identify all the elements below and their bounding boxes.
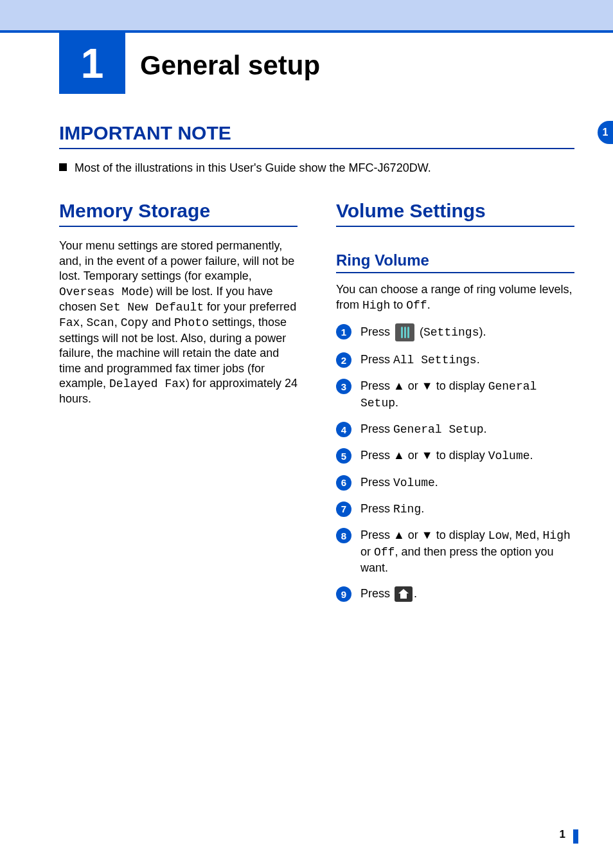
step-body: Press General Setup. (360, 421, 486, 437)
text: Press (360, 353, 393, 366)
ring-volume-heading: Ring Volume (336, 251, 574, 269)
text: . (395, 396, 398, 409)
text: for your preferred (204, 300, 296, 313)
text: . (530, 449, 533, 462)
text: Press ▲ or ▼ to display (360, 379, 488, 392)
text: and (148, 316, 174, 329)
text: Press (360, 325, 393, 338)
text: Press (360, 476, 393, 489)
mono-text: Settings (423, 326, 479, 339)
text: , (80, 316, 86, 329)
settings-icon (395, 323, 414, 341)
right-column: Volume Settings Ring Volume You can choo… (336, 200, 574, 612)
step-number: 1 (336, 324, 351, 339)
page-number: 1 (560, 828, 565, 841)
step-body: Press . (360, 586, 417, 602)
text: . (435, 476, 438, 489)
text: Press (360, 502, 393, 515)
text: . (427, 298, 431, 311)
important-note-bullet: Most of the illustrations in this User's… (59, 161, 574, 176)
mono-text: General Setup (393, 423, 483, 436)
mono-text: Volume (393, 476, 435, 489)
mono-text: Overseas Mode (59, 285, 149, 298)
text: Press (360, 422, 393, 435)
mono-text: Scan (86, 316, 114, 329)
text: ( (416, 325, 423, 338)
heading-rule (336, 226, 574, 227)
text: Press ▲ or ▼ to display (360, 529, 488, 541)
text: , (509, 529, 515, 541)
heading-rule (59, 226, 298, 227)
important-note-heading: IMPORTANT NOTE (59, 122, 574, 144)
important-note-text: Most of the illustrations in this User's… (75, 161, 431, 176)
memory-storage-paragraph: Your menu settings are stored permanentl… (59, 239, 298, 406)
step-number: 6 (336, 475, 351, 491)
text: , (537, 529, 543, 541)
side-tab-label: 1 (603, 127, 609, 138)
chapter-number: 1 (81, 40, 104, 87)
mono-text: Ring (393, 503, 421, 516)
bullet-icon (59, 163, 67, 171)
step-number: 9 (336, 586, 351, 602)
mono-text: Set New Default (100, 301, 204, 314)
step-list: 1 Press (Settings). 2 Press All Settings… (336, 323, 574, 602)
text: Your menu settings are stored permanentl… (59, 239, 294, 282)
volume-settings-heading: Volume Settings (336, 200, 574, 222)
text: . (421, 502, 424, 515)
mono-text: Delayed Fax (109, 377, 186, 390)
text: Press (360, 587, 393, 600)
mono-text: Low (488, 529, 509, 542)
step-8: 8 Press ▲ or ▼ to display Low, Med, High… (336, 527, 574, 575)
step-number: 5 (336, 448, 351, 464)
step-body: Press Ring. (360, 501, 424, 517)
mono-text: Photo (174, 316, 209, 329)
step-2: 2 Press All Settings. (336, 352, 574, 368)
text: . (477, 353, 480, 366)
mono-text: Copy (121, 316, 148, 329)
mono-text: All Settings (393, 354, 477, 366)
memory-storage-heading: Memory Storage (59, 200, 298, 222)
text: ). (479, 325, 486, 338)
step-6: 6 Press Volume. (336, 475, 574, 491)
step-body: Press ▲ or ▼ to display Low, Med, High o… (360, 527, 574, 575)
step-body: Press ▲ or ▼ to display General Setup. (360, 378, 574, 411)
text: . (483, 422, 486, 435)
mono-text: High (362, 299, 390, 312)
text: Press ▲ or ▼ to display (360, 449, 488, 462)
step-number: 2 (336, 352, 351, 368)
step-5: 5 Press ▲ or ▼ to display Volume. (336, 448, 574, 464)
step-body: Press ▲ or ▼ to display Volume. (360, 448, 533, 464)
ring-volume-intro: You can choose a range of ring volume le… (336, 282, 574, 313)
text: or (360, 545, 374, 558)
step-number: 4 (336, 422, 351, 437)
text: to (390, 298, 406, 311)
step-number: 7 (336, 502, 351, 517)
top-band (0, 0, 613, 30)
step-body: Press (Settings). (360, 323, 486, 341)
text: . (414, 587, 417, 600)
mono-text: Med (515, 529, 536, 542)
mono-text: Off (374, 546, 395, 559)
mono-text: Volume (488, 449, 530, 462)
page-number-bar (573, 829, 578, 844)
step-7: 7 Press Ring. (336, 501, 574, 517)
content-area: IMPORTANT NOTE Most of the illustrations… (59, 122, 574, 612)
step-3: 3 Press ▲ or ▼ to display General Setup. (336, 378, 574, 411)
step-9: 9 Press . (336, 586, 574, 602)
step-body: Press All Settings. (360, 352, 480, 368)
chapter-number-block: 1 (59, 33, 125, 94)
step-number: 3 (336, 379, 351, 394)
mono-text: Off (406, 299, 427, 312)
home-icon (395, 586, 413, 602)
left-column: Memory Storage Your menu settings are st… (59, 200, 298, 612)
mono-text: High (543, 529, 571, 542)
two-column-layout: Memory Storage Your menu settings are st… (59, 200, 574, 612)
step-body: Press Volume. (360, 475, 438, 491)
step-1: 1 Press (Settings). (336, 323, 574, 341)
mono-text: Fax (59, 316, 80, 329)
subheading-rule (336, 272, 574, 273)
step-4: 4 Press General Setup. (336, 421, 574, 437)
side-tab: 1 (598, 121, 613, 144)
text: , (114, 316, 121, 329)
step-number: 8 (336, 528, 351, 543)
